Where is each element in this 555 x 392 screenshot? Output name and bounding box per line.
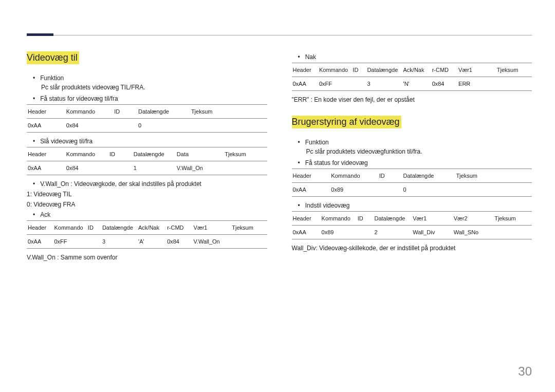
label-set: Slå videovæg til/fra: [40, 138, 92, 145]
th: Ack/Nak: [402, 63, 431, 77]
legend-on: 1: Videovæg TIL: [27, 191, 267, 198]
th: Header: [27, 147, 65, 161]
td: [224, 161, 267, 175]
td: [351, 77, 366, 91]
table-row: Header Kommando ID Datalængde Tjeksum: [292, 169, 532, 183]
th: ID: [351, 63, 366, 77]
th: Kommando: [318, 63, 351, 77]
th: Datalængde: [373, 212, 412, 226]
th: Tjeksum: [231, 221, 267, 235]
label-funktion-r: Funktion: [305, 139, 329, 146]
th: Vær2: [453, 212, 493, 226]
th: ID: [357, 212, 374, 226]
th: Header: [292, 63, 318, 77]
table-status-r: Header Kommando ID Datalængde Tjeksum 0x…: [292, 169, 532, 197]
table-row: 0xAA 0x84 0: [27, 119, 267, 133]
label-vwall-note: V.Wall_On : Videovægkode, der skal indst…: [40, 180, 201, 188]
th: Data: [176, 147, 224, 161]
td: Wall_Div: [412, 226, 452, 239]
bullet-status: Få status for videovæg til/fra: [33, 95, 267, 102]
top-accent: [27, 33, 53, 36]
td: 0xAA: [292, 77, 318, 91]
td: 0x89: [321, 226, 357, 239]
td: 0x84: [166, 235, 192, 249]
bullet-funktion-r: Funktion: [298, 139, 532, 146]
td: [190, 119, 267, 133]
td: 3: [366, 77, 402, 91]
th: Tjeksum: [224, 147, 267, 161]
th: ID: [87, 221, 101, 235]
td: 0x84: [65, 161, 108, 175]
td: 'A': [137, 235, 166, 249]
label-status: Få status for videovæg til/fra: [40, 95, 118, 102]
walldiv-note: Wall_Div: Videovæg-skillekode, der er in…: [292, 245, 532, 252]
table-ack: Header Kommando ID Datalængde Ack/Nak r-…: [27, 220, 267, 249]
page-content: Videovæg til Funktion Pc slår produktets…: [27, 51, 532, 264]
th: r-CMD: [166, 221, 192, 235]
td: 0xAA: [292, 226, 321, 239]
bullet-set: Slå videovæg til/fra: [33, 138, 267, 145]
bullet-status-r: Få status for videovæg: [298, 159, 532, 166]
td: 0x89: [330, 183, 378, 197]
table-status: Header Kommando ID Datalængde Tjeksum 0x…: [27, 104, 267, 133]
td: 0x84: [65, 119, 114, 133]
left-column: Videovæg til Funktion Pc slår produktets…: [27, 51, 267, 264]
heading-brugerstyring: Brugerstyring af videovæg: [292, 116, 401, 128]
td: [108, 161, 133, 175]
table-row: Header Kommando ID Datalængde Data Tjeks…: [27, 147, 267, 161]
td: [493, 226, 532, 239]
table-row: 0xAA 0x89 0: [292, 183, 532, 197]
th: Kommando: [53, 221, 86, 235]
td: 0x84: [431, 77, 457, 91]
table-row: Header Kommando ID Datalængde Vær1 Vær2 …: [292, 212, 532, 226]
same-note: V.Wall_On : Samme som ovenfor: [27, 254, 267, 261]
th: Datalængde: [101, 221, 137, 235]
th: Kommando: [321, 212, 357, 226]
table-row: Header Kommando ID Datalængde Ack/Nak r-…: [27, 221, 267, 235]
label-set-r: Indstil videovæg: [305, 202, 350, 209]
td: 0xFF: [318, 77, 351, 91]
td: 0: [137, 119, 190, 133]
table-set-r: Header Kommando ID Datalængde Vær1 Vær2 …: [292, 211, 532, 239]
label-funktion: Funktion: [40, 74, 64, 82]
td: 0xAA: [27, 235, 53, 249]
err-note: "ERR" : En kode viser den fejl, der er o…: [292, 96, 532, 103]
th: r-CMD: [431, 63, 457, 77]
table-nak: Header Kommando ID Datalængde Ack/Nak r-…: [292, 63, 532, 91]
th: Ack/Nak: [137, 221, 166, 235]
th: Tjeksum: [455, 169, 532, 183]
label-nak: Nak: [305, 53, 316, 61]
table-row: 0xAA 0x84 1 V.Wall_On: [27, 161, 267, 175]
td: [357, 226, 374, 239]
th: ID: [108, 147, 133, 161]
td: V.Wall_On: [193, 235, 231, 249]
table-row: 0xAA 0x89 2 Wall_Div Wall_SNo: [292, 226, 532, 239]
td: 1: [133, 161, 176, 175]
td: [87, 235, 101, 249]
th: Datalængde: [137, 105, 190, 119]
th: Kommando: [65, 147, 108, 161]
th: Kommando: [330, 169, 378, 183]
td: 0xAA: [27, 161, 65, 175]
td: 0xFF: [53, 235, 86, 249]
th: Kommando: [65, 105, 114, 119]
td: 2: [373, 226, 412, 239]
th: Header: [292, 212, 321, 226]
table-set: Header Kommando ID Datalængde Data Tjeks…: [27, 147, 267, 175]
td: [496, 77, 532, 91]
th: Header: [27, 105, 65, 119]
td: 0xAA: [27, 119, 65, 133]
bullet-nak: Nak: [298, 53, 532, 61]
td: V.Wall_On: [176, 161, 224, 175]
td: [113, 119, 137, 133]
th: Tjeksum: [493, 212, 532, 226]
th: Tjeksum: [496, 63, 532, 77]
table-row: 0xAA 0xFF 3 'N' 0x84 ERR: [292, 77, 532, 91]
th: ID: [378, 169, 402, 183]
td: 0: [402, 183, 455, 197]
legend-off: 0: Videovæg FRA: [27, 201, 267, 208]
table-row: Header Kommando ID Datalængde Ack/Nak r-…: [292, 63, 532, 77]
label-status-r: Få status for videovæg: [305, 159, 368, 166]
bullet-ack: Ack: [33, 211, 267, 218]
bullet-funktion: Funktion: [33, 74, 267, 82]
